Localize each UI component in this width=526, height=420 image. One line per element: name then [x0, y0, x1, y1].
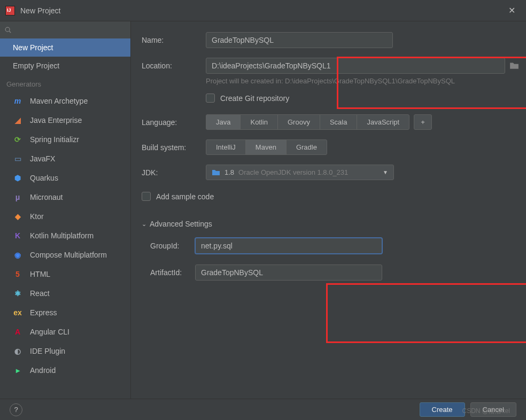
language-option[interactable]: Kotlin [240, 114, 278, 130]
git-checkbox[interactable] [206, 94, 215, 103]
language-label: Language: [142, 118, 206, 127]
app-icon [5, 6, 15, 15]
jdk-dropdown[interactable]: 1.8 Oracle OpenJDK version 1.8.0_231 ▼ [206, 165, 394, 180]
help-button[interactable]: ? [10, 403, 22, 416]
name-label: Name: [142, 36, 206, 44]
footer: ? Create Cancel [0, 399, 526, 420]
generator-icon: μ [13, 192, 22, 202]
main-area: New Project Empty Project Generators mMa… [0, 21, 526, 399]
generator-icon: ◉ [13, 250, 22, 260]
generator-icon: ex [13, 308, 22, 317]
language-option[interactable]: Groovy [277, 114, 320, 130]
watermark: CSDN @潘潘.tel [462, 407, 510, 416]
group-id-label: GroupId: [142, 242, 195, 250]
svg-line-1 [9, 31, 11, 33]
location-hint: Project will be created in: D:\ideaProje… [206, 77, 521, 85]
svg-point-0 [5, 27, 10, 32]
language-row: Language: JavaKotlinGroovyScalaJavaScrip… [142, 114, 521, 130]
sidebar-item-label: Android [30, 366, 56, 375]
build-option[interactable]: Gradle [286, 139, 327, 155]
git-checkbox-row: Create Git repository [206, 94, 521, 103]
window-title: New Project [20, 6, 60, 15]
add-language-button[interactable]: + [414, 114, 432, 130]
sidebar-item-generator[interactable]: ▸Android [0, 361, 130, 380]
content-panel: Name: Location: Project will be created … [131, 21, 526, 399]
sidebar-item-generator[interactable]: ◢Java Enterprise [0, 111, 130, 130]
sidebar-item-label: Spring Initializr [30, 135, 79, 144]
sidebar-item-generator[interactable]: ▭JavaFX [0, 149, 130, 168]
sidebar-item-generator[interactable]: exExpress [0, 303, 130, 322]
sidebar-item-label: Empty Project [13, 61, 59, 70]
sidebar-item-generator[interactable]: ◆Ktor [0, 207, 130, 226]
generator-icon: ▸ [13, 365, 22, 375]
jdk-row: JDK: 1.8 Oracle OpenJDK version 1.8.0_23… [142, 165, 521, 180]
sidebar-item-label: Express [30, 308, 57, 317]
sidebar-item-generator[interactable]: ⚛React [0, 284, 130, 303]
location-row: Location: [142, 58, 521, 74]
generator-icon: ◢ [13, 115, 22, 125]
sidebar-item-generator[interactable]: μMicronaut [0, 188, 130, 207]
sidebar-list: New Project Empty Project Generators mMa… [0, 38, 130, 399]
generators-header: Generators [0, 75, 130, 91]
search-bar[interactable] [0, 21, 130, 38]
jdk-version: 1.8 [225, 168, 234, 176]
generator-icon: ◐ [13, 346, 22, 356]
advanced-settings-label: Advanced Settings [150, 220, 212, 228]
chevron-down-icon: ▼ [383, 169, 388, 175]
sidebar-item-generator[interactable]: ◉Compose Multiplatform [0, 245, 130, 265]
sidebar-item-generator[interactable]: ◐IDE Plugin [0, 341, 130, 361]
sidebar-item-generator[interactable]: ⟳Spring Initializr [0, 130, 130, 149]
folder-icon [212, 169, 220, 176]
name-row: Name: [142, 32, 521, 48]
create-button[interactable]: Create [420, 402, 465, 417]
sidebar: New Project Empty Project Generators mMa… [0, 21, 131, 399]
sidebar-item-new-project[interactable]: New Project [0, 38, 130, 57]
generator-icon: ◆ [13, 212, 22, 221]
sidebar-item-label: Ktor [30, 212, 44, 221]
search-icon [4, 26, 12, 34]
sidebar-item-label: Java Enterprise [30, 116, 82, 125]
artifact-id-input[interactable] [195, 265, 382, 281]
language-option[interactable]: Scala [320, 114, 358, 130]
advanced-settings-toggle[interactable]: ⌄ Advanced Settings [142, 220, 521, 228]
sidebar-item-generator[interactable]: ⬢Quarkus [0, 168, 130, 188]
sidebar-item-generator[interactable]: mMaven Archetype [0, 91, 130, 111]
sidebar-item-label: New Project [13, 43, 53, 52]
language-group: JavaKotlinGroovyScalaJavaScript [206, 114, 409, 130]
build-label: Build system: [142, 143, 206, 152]
generator-icon: ▭ [13, 154, 22, 164]
sidebar-item-label: JavaFX [30, 154, 55, 163]
group-id-input[interactable] [195, 238, 382, 254]
sidebar-item-label: Micronaut [30, 193, 63, 201]
generator-icon: m [13, 96, 22, 106]
generator-icon: ⬢ [13, 173, 22, 183]
folder-icon[interactable] [509, 61, 519, 71]
sample-code-label: Add sample code [156, 192, 214, 201]
artifact-id-label: ArtifactId: [142, 268, 195, 277]
jdk-description: Oracle OpenJDK version 1.8.0_231 [238, 168, 378, 176]
generator-icon: ⚛ [13, 289, 22, 298]
sidebar-item-label: IDE Plugin [30, 347, 65, 355]
sidebar-item-generator[interactable]: AAngular CLI [0, 322, 130, 341]
close-button[interactable]: ✕ [503, 3, 521, 18]
language-option[interactable]: JavaScript [357, 114, 409, 130]
generator-icon: 5 [13, 269, 22, 279]
generator-icon: K [13, 231, 22, 240]
sidebar-item-label: Compose Multiplatform [30, 251, 107, 259]
build-row: Build system: IntelliJMavenGradle [142, 139, 521, 155]
sidebar-item-label: Angular CLI [30, 328, 69, 336]
sidebar-item-generator[interactable]: KKotlin Multiplatform [0, 226, 130, 245]
build-option[interactable]: Maven [245, 139, 287, 155]
sidebar-item-generator[interactable]: 5HTML [0, 265, 130, 284]
chevron-down-icon: ⌄ [142, 221, 146, 228]
sample-code-checkbox[interactable] [142, 192, 151, 201]
artifact-id-row: ArtifactId: [142, 265, 521, 281]
location-input[interactable] [206, 58, 505, 74]
sidebar-item-empty-project[interactable]: Empty Project [0, 57, 130, 75]
language-option[interactable]: Java [206, 114, 241, 130]
titlebar: New Project ✕ [0, 0, 526, 21]
build-option[interactable]: IntelliJ [206, 139, 246, 155]
name-input[interactable] [206, 32, 393, 48]
highlight-box-2 [326, 283, 526, 343]
sidebar-item-label: React [30, 289, 50, 298]
